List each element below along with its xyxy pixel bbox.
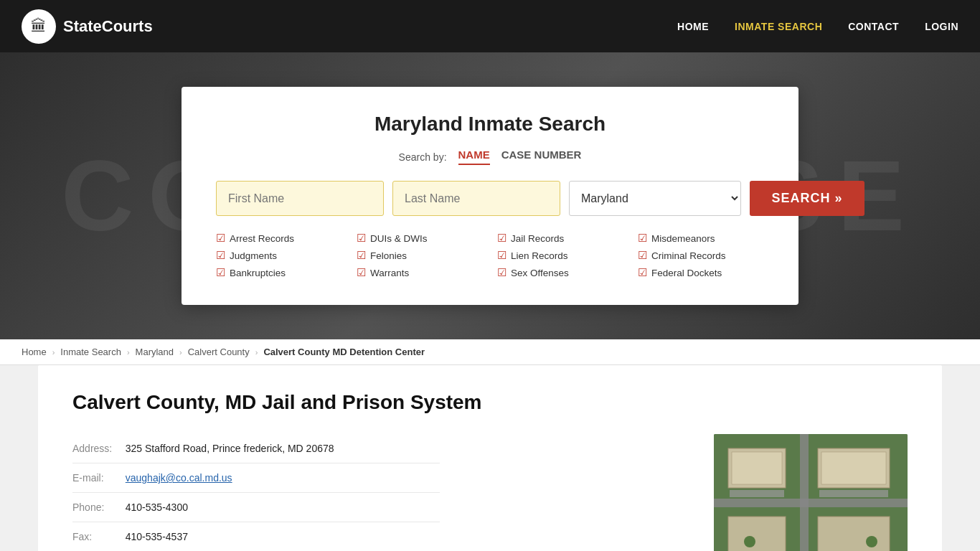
breadcrumb-current: Calvert County MD Detention Center xyxy=(263,347,425,357)
check-felonies: ☑ Felonies xyxy=(357,249,483,262)
facility-layout: Address: 325 Stafford Road, Prince frede… xyxy=(72,434,908,551)
hero-section: COURTHOUSE Maryland Inmate Search Search… xyxy=(0,52,980,339)
check-icon-jail: ☑ xyxy=(497,232,507,245)
breadcrumb-sep-2: › xyxy=(127,348,130,357)
svg-point-11 xyxy=(744,536,755,547)
breadcrumb-home[interactable]: Home xyxy=(22,347,47,357)
info-table: Address: 325 Stafford Road, Prince frede… xyxy=(72,434,440,551)
logo-text: StateCourts xyxy=(63,17,153,36)
check-arrest-records: ☑ Arrest Records xyxy=(216,232,342,245)
svg-point-12 xyxy=(866,536,877,547)
check-federal-dockets: ☑ Federal Dockets xyxy=(638,266,764,279)
nav-inmate-search[interactable]: INMATE SEARCH xyxy=(735,21,822,32)
facility-title: Calvert County, MD Jail and Prison Syste… xyxy=(72,391,908,414)
last-name-input[interactable] xyxy=(392,181,560,216)
check-label-arrest: Arrest Records xyxy=(230,233,294,244)
check-label-sex-offenses: Sex Offenses xyxy=(511,268,569,278)
check-icon-warrants: ☑ xyxy=(357,266,366,279)
svg-rect-7 xyxy=(728,517,786,551)
check-label-criminal: Criminal Records xyxy=(651,250,726,261)
address-row: Address: 325 Stafford Road, Prince frede… xyxy=(72,434,440,463)
fax-label: Fax: xyxy=(72,522,126,552)
phone-label: Phone: xyxy=(72,493,126,522)
svg-rect-10 xyxy=(819,490,888,497)
breadcrumb-inmate-search[interactable]: Inmate Search xyxy=(60,347,121,357)
fax-value: 410-535-4537 xyxy=(126,522,440,552)
email-label: E-mail: xyxy=(72,463,126,493)
header: 🏛 StateCourts HOME INMATE SEARCH CONTACT… xyxy=(0,0,980,52)
search-by-row: Search by: NAME CASE NUMBER xyxy=(216,149,764,165)
check-icon-federal: ☑ xyxy=(638,266,647,279)
email-value: vaughajk@co.cal.md.us xyxy=(126,463,440,493)
fax-row: Fax: 410-535-4537 xyxy=(72,522,440,552)
check-criminal-records: ☑ Criminal Records xyxy=(638,249,764,262)
check-label-misdemeanors: Misdemeanors xyxy=(651,233,715,244)
check-label-federal: Federal Dockets xyxy=(651,268,722,278)
breadcrumb-sep-4: › xyxy=(255,348,258,357)
check-misdemeanors: ☑ Misdemeanors xyxy=(638,232,764,245)
check-warrants: ☑ Warrants xyxy=(357,266,483,279)
check-label-warrants: Warrants xyxy=(370,268,409,278)
breadcrumb-state[interactable]: Maryland xyxy=(136,347,174,357)
svg-rect-4 xyxy=(732,452,782,484)
check-icon-criminal: ☑ xyxy=(638,249,647,262)
svg-rect-8 xyxy=(818,517,890,551)
tab-case-number[interactable]: CASE NUMBER xyxy=(501,149,582,165)
features-grid: ☑ Arrest Records ☑ DUIs & DWIs ☑ Jail Re… xyxy=(216,232,764,279)
check-label-jail: Jail Records xyxy=(511,233,564,244)
check-label-bankruptcies: Bankruptcies xyxy=(230,268,286,278)
check-icon-misdemeanors: ☑ xyxy=(638,232,647,245)
search-fields-row: Maryland Alabama Alaska Arizona Arkansas… xyxy=(216,181,764,216)
check-icon-sex-offenses: ☑ xyxy=(497,266,507,279)
first-name-input[interactable] xyxy=(216,181,384,216)
state-select[interactable]: Maryland Alabama Alaska Arizona Arkansas… xyxy=(569,181,741,216)
check-icon-arrest: ☑ xyxy=(216,232,225,245)
tab-name[interactable]: NAME xyxy=(458,149,490,165)
main-nav: HOME INMATE SEARCH CONTACT LOGIN xyxy=(677,21,958,32)
check-label-judgments: Judgments xyxy=(230,250,277,261)
email-row: E-mail: vaughajk@co.cal.md.us xyxy=(72,463,440,493)
nav-login[interactable]: LOGIN xyxy=(925,21,958,32)
phone-value: 410-535-4300 xyxy=(126,493,440,522)
site-logo[interactable]: 🏛 StateCourts xyxy=(22,9,153,44)
breadcrumb-county[interactable]: Calvert County xyxy=(188,347,250,357)
search-by-label: Search by: xyxy=(399,151,447,163)
svg-rect-1 xyxy=(714,499,908,507)
check-lien-records: ☑ Lien Records xyxy=(497,249,623,262)
check-icon-lien: ☑ xyxy=(497,249,507,262)
check-duis: ☑ DUIs & DWIs xyxy=(357,232,483,245)
svg-rect-9 xyxy=(730,490,784,497)
breadcrumb: Home › Inmate Search › Maryland › Calver… xyxy=(0,339,980,365)
search-button[interactable]: SEARCH » xyxy=(750,181,864,216)
check-icon-bankruptcies: ☑ xyxy=(216,266,225,279)
check-label-lien: Lien Records xyxy=(511,250,568,261)
main-content: Calvert County, MD Jail and Prison Syste… xyxy=(0,365,980,551)
check-icon-judgments: ☑ xyxy=(216,249,225,262)
nav-home[interactable]: HOME xyxy=(677,21,709,32)
svg-rect-2 xyxy=(800,434,809,551)
address-label: Address: xyxy=(72,434,126,463)
check-icon-felonies: ☑ xyxy=(357,249,366,262)
check-icon-duis: ☑ xyxy=(357,232,366,245)
facility-image xyxy=(714,434,908,551)
nav-contact[interactable]: CONTACT xyxy=(848,21,899,32)
breadcrumb-sep-1: › xyxy=(52,348,55,357)
check-label-felonies: Felonies xyxy=(370,250,407,261)
search-card: Maryland Inmate Search Search by: NAME C… xyxy=(182,87,798,305)
check-sex-offenses: ☑ Sex Offenses xyxy=(497,266,623,279)
address-value: 325 Stafford Road, Prince frederick, MD … xyxy=(126,434,440,463)
email-link[interactable]: vaughajk@co.cal.md.us xyxy=(126,472,232,484)
content-card: Calvert County, MD Jail and Prison Syste… xyxy=(38,365,942,551)
breadcrumb-sep-3: › xyxy=(179,348,182,357)
check-label-duis: DUIs & DWIs xyxy=(370,233,428,244)
search-title: Maryland Inmate Search xyxy=(216,113,764,136)
check-bankruptcies: ☑ Bankruptcies xyxy=(216,266,342,279)
svg-rect-6 xyxy=(821,452,886,484)
facility-info: Address: 325 Stafford Road, Prince frede… xyxy=(72,434,685,551)
check-jail-records: ☑ Jail Records xyxy=(497,232,623,245)
check-judgments: ☑ Judgments xyxy=(216,249,342,262)
logo-icon: 🏛 xyxy=(22,9,56,44)
phone-row: Phone: 410-535-4300 xyxy=(72,493,440,522)
